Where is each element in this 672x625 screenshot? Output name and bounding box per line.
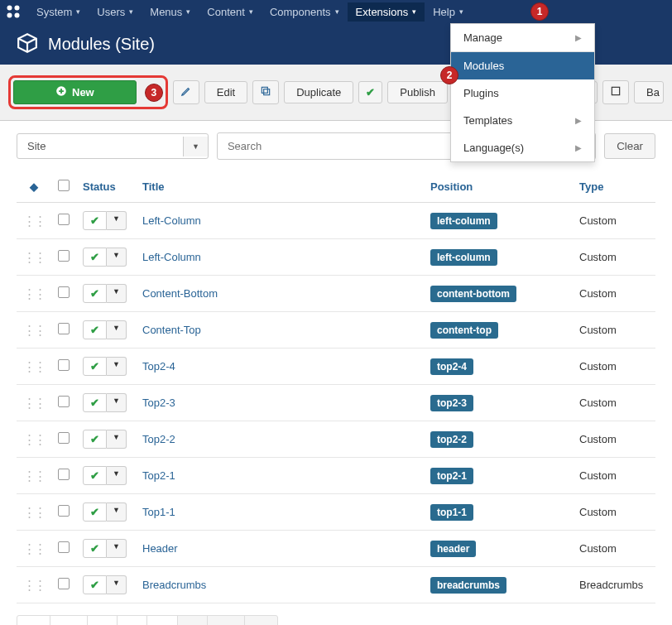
drag-handle[interactable]: ⋮⋮ [17, 349, 51, 385]
nav-extensions[interactable]: Extensions▾ [348, 2, 425, 22]
joomla-logo-icon[interactable] [5, 3, 22, 20]
status-toggle[interactable]: ✔▼ [83, 320, 127, 339]
status-toggle[interactable]: ✔▼ [83, 357, 127, 376]
row-checkbox[interactable] [51, 531, 76, 567]
nav-system[interactable]: System▾ [28, 2, 89, 22]
page-2[interactable]: 2 [117, 615, 147, 625]
type-label: Custom [579, 360, 617, 373]
table-row: ⋮⋮✔▼Content-Bottomcontent-bottomCustom [17, 276, 655, 312]
status-toggle[interactable]: ✔▼ [83, 430, 127, 449]
col-position[interactable]: Position [424, 171, 573, 203]
col-status[interactable]: Status [76, 171, 136, 203]
drag-handle[interactable]: ⋮⋮ [17, 312, 51, 349]
copy-icon [260, 85, 271, 99]
row-checkbox[interactable] [51, 421, 76, 458]
nav-menus[interactable]: Menus▾ [142, 2, 199, 22]
table-row: ⋮⋮✔▼BreadcrumbsbreadcrumbsBreadcrumbs [17, 567, 655, 603]
row-checkbox[interactable] [51, 276, 76, 312]
module-title-link[interactable]: Top2-3 [142, 397, 175, 409]
dropdown-item-plugins[interactable]: Plugins [451, 79, 594, 107]
status-toggle[interactable]: ✔▼ [83, 466, 127, 485]
row-checkbox[interactable] [51, 312, 76, 349]
row-checkbox[interactable] [51, 494, 76, 531]
module-title-link[interactable]: Top1-1 [142, 506, 175, 518]
check-icon: ✔ [83, 502, 107, 522]
dropdown-item-manage[interactable]: Manage▶ [451, 24, 594, 51]
annotation-marker-3: 3 [145, 84, 163, 102]
row-checkbox[interactable] [51, 385, 76, 421]
module-title-link[interactable]: Top2-2 [142, 433, 175, 445]
caret-down-icon: ▼ [107, 393, 127, 412]
annotation-marker-1: 1 [530, 2, 549, 21]
svg-point-2 [7, 13, 12, 18]
edit-icon-button[interactable] [173, 80, 199, 104]
page-prev[interactable]: ◀◀ [50, 615, 88, 625]
caret-down-icon: ▾ [335, 7, 339, 16]
drag-handle[interactable]: ⋮⋮ [17, 385, 51, 421]
module-title-link[interactable]: Header [142, 542, 178, 555]
drag-handle[interactable]: ⋮⋮ [17, 239, 51, 276]
page-last[interactable]: ⏭ [244, 615, 278, 625]
status-toggle[interactable]: ✔▼ [83, 393, 127, 412]
module-title-link[interactable]: Left-Column [142, 251, 201, 263]
status-toggle[interactable]: ✔▼ [83, 575, 127, 594]
client-select[interactable]: Site ▼ [17, 133, 209, 159]
nav-components[interactable]: Components▾ [262, 2, 348, 22]
table-row: ⋮⋮✔▼Top2-2top2-2Custom [17, 421, 655, 458]
publish-icon-button[interactable]: ✔ [358, 81, 382, 103]
nav-help[interactable]: Help▾ [425, 2, 472, 22]
col-type[interactable]: Type [573, 171, 655, 203]
drag-handle[interactable]: ⋮⋮ [17, 203, 51, 239]
row-checkbox[interactable] [51, 458, 76, 494]
new-button[interactable]: New [13, 80, 137, 104]
module-title-link[interactable]: Content-Bottom [142, 287, 218, 300]
page-4[interactable]: 4 [177, 615, 208, 625]
module-title-link[interactable]: Top2-4 [142, 360, 175, 373]
drag-handle[interactable]: ⋮⋮ [17, 421, 51, 458]
col-sort[interactable]: ◆ [17, 171, 51, 203]
page-1[interactable]: 1 [87, 615, 118, 625]
status-toggle[interactable]: ✔▼ [83, 248, 127, 267]
caret-down-icon: ▼ [107, 430, 127, 449]
annotation-marker-2: 2 [440, 66, 458, 84]
dropdown-item-languages[interactable]: Language(s)▶ [451, 134, 594, 161]
caret-down-icon: ▼ [107, 248, 127, 267]
page-first[interactable]: ⏮ [17, 615, 50, 625]
status-toggle[interactable]: ✔▼ [83, 539, 127, 558]
row-checkbox[interactable] [51, 239, 76, 276]
drag-handle[interactable]: ⋮⋮ [17, 567, 51, 603]
page-next[interactable]: ▶▶ [207, 615, 245, 625]
module-title-link[interactable]: Top2-1 [142, 469, 175, 482]
row-checkbox[interactable] [51, 203, 76, 239]
status-toggle[interactable]: ✔▼ [83, 502, 127, 522]
dropdown-item-templates[interactable]: Templates▶ [451, 107, 594, 134]
col-title[interactable]: Title [136, 171, 424, 203]
drag-handle[interactable]: ⋮⋮ [17, 531, 51, 567]
batch-icon-button[interactable] [602, 80, 629, 104]
drag-handle[interactable]: ⋮⋮ [17, 494, 51, 531]
module-title-link[interactable]: Breadcrumbs [142, 579, 206, 591]
module-title-link[interactable]: Left-Column [142, 214, 201, 227]
drag-handle[interactable]: ⋮⋮ [17, 458, 51, 494]
nav-content[interactable]: Content▾ [199, 2, 262, 22]
nav-users[interactable]: Users▾ [89, 2, 142, 22]
status-toggle[interactable]: ✔▼ [83, 284, 127, 303]
edit-button[interactable]: Edit [204, 81, 247, 103]
batch-button-partial[interactable]: Ba [634, 81, 664, 103]
col-check-all[interactable] [51, 171, 76, 203]
position-badge: breadcrumbs [430, 577, 506, 594]
publish-button[interactable]: Publish [387, 81, 448, 103]
duplicate-icon-button[interactable] [252, 80, 279, 104]
page-3[interactable]: 3 [146, 615, 177, 625]
duplicate-button[interactable]: Duplicate [284, 81, 353, 103]
row-checkbox[interactable] [51, 349, 76, 385]
clear-button[interactable]: Clear [604, 133, 655, 159]
drag-handle[interactable]: ⋮⋮ [17, 276, 51, 312]
module-title-link[interactable]: Content-Top [142, 324, 201, 336]
row-checkbox[interactable] [51, 567, 76, 603]
caret-down-icon: ▼ [107, 539, 127, 558]
check-icon: ✔ [83, 539, 107, 558]
position-badge: left-column [430, 213, 497, 229]
status-toggle[interactable]: ✔▼ [83, 211, 127, 230]
dropdown-item-modules[interactable]: Modules [451, 52, 594, 79]
